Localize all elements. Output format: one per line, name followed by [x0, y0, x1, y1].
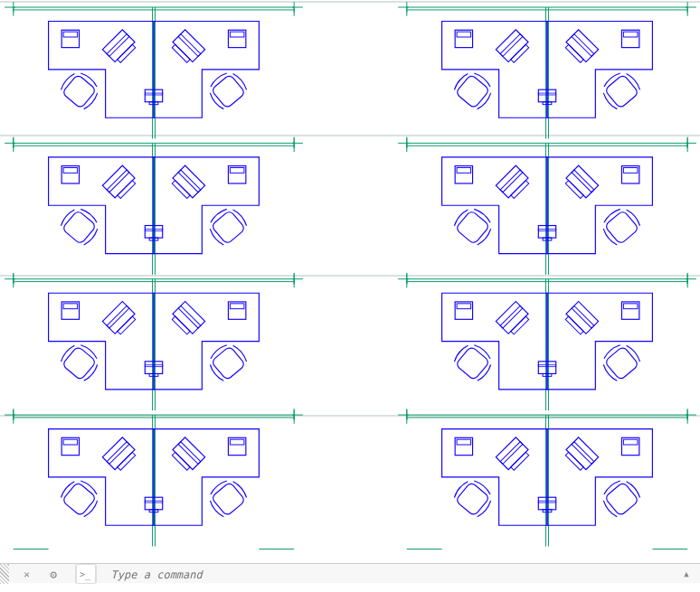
command-input[interactable]	[106, 564, 620, 586]
expand-history-icon[interactable]: ▲	[678, 564, 695, 584]
settings-icon[interactable]: ⚙	[44, 564, 62, 584]
close-icon[interactable]: ✕	[18, 564, 36, 584]
command-prompt-icon: >_	[75, 564, 97, 584]
grip-handle[interactable]	[0, 564, 9, 584]
drawing-viewport[interactable]	[0, 0, 700, 560]
command-bar: ✕ ⚙ >_ ▲	[0, 563, 700, 583]
